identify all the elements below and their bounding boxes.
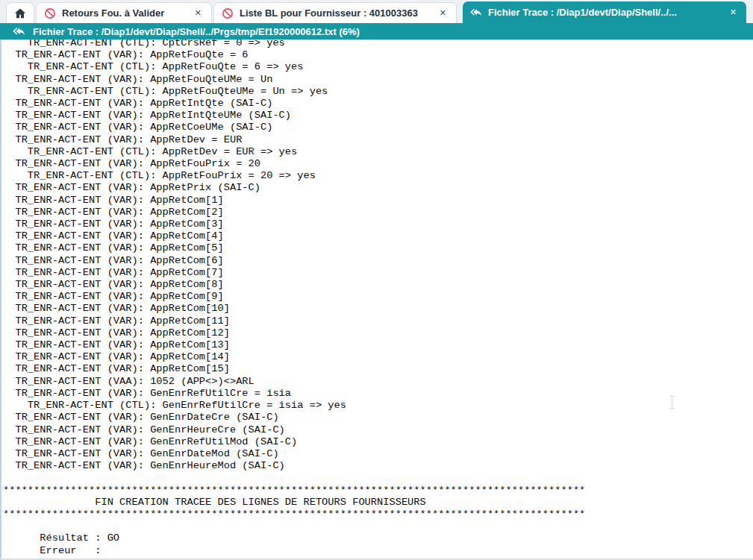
- reply-all-icon: [13, 26, 25, 37]
- close-icon[interactable]: ✕: [437, 7, 449, 19]
- close-icon[interactable]: ✕: [193, 7, 204, 19]
- browser-tab-bar: Retours Fou. à Valider ✕ Liste BL pour F…: [0, 0, 753, 23]
- trace-file-content: TR_ENR-ACT-ENT (CTL): CptCrsRef = 0 => y…: [1, 40, 753, 557]
- trace-file-panel: TR_ENR-ACT-ENT (CTL): CptCrsRef = 0 => y…: [0, 40, 753, 560]
- trace-file-header: Fichier Trace : /Diap1/devt/Diap/Shell/.…: [0, 23, 753, 40]
- trace-file-path-title: Fichier Trace : /Diap1/devt/Diap/Shell/.…: [33, 26, 360, 37]
- tab-liste-bl-fournisseur[interactable]: Liste BL pour Fournisseur : 401003363 ✕: [213, 2, 457, 23]
- tab-fichier-trace[interactable]: Fichier Trace : /Diap1/devt/Diap/Shell/.…: [463, 1, 746, 23]
- blocked-icon: [44, 7, 56, 19]
- tab-label: Fichier Trace : /Diap1/devt/Diap/Shell/.…: [488, 7, 720, 18]
- tab-home[interactable]: [6, 2, 34, 23]
- home-icon: [13, 7, 27, 20]
- tab-label: Liste BL pour Fournisseur : 401003363: [240, 7, 430, 19]
- tab-label: Retours Fou. à Valider: [62, 7, 185, 19]
- close-icon[interactable]: ✕: [728, 7, 739, 18]
- blocked-icon: [222, 7, 234, 19]
- tab-retours-fou-a-valider[interactable]: Retours Fou. à Valider ✕: [36, 2, 212, 23]
- reply-all-icon: [470, 7, 482, 19]
